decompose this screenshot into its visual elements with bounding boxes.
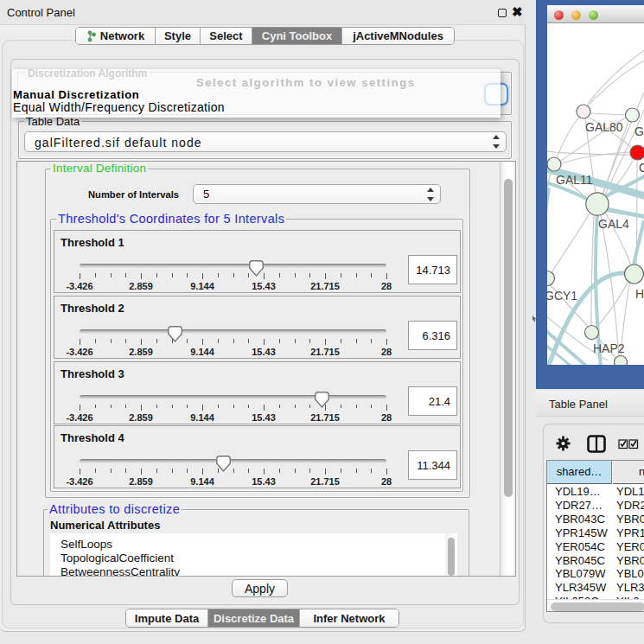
svg-text:H: H: [635, 287, 644, 301]
svg-text:GAL4: GAL4: [598, 217, 629, 231]
svg-text:GA: GA: [634, 124, 644, 138]
svg-text:GAL80: GAL80: [585, 120, 623, 134]
svg-text:HAP2: HAP2: [593, 341, 625, 355]
svg-text:CY: CY: [639, 161, 644, 175]
svg-text:GAL11: GAL11: [556, 173, 593, 187]
svg-text:GCY1: GCY1: [547, 289, 577, 303]
